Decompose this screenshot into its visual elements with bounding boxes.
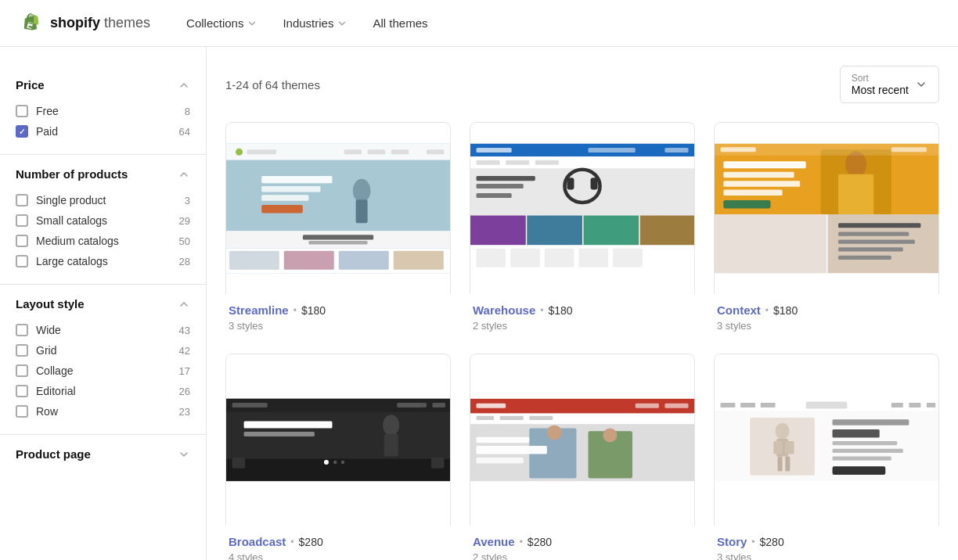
svg-rect-82 bbox=[232, 458, 246, 468]
svg-rect-57 bbox=[723, 200, 770, 209]
svg-rect-11 bbox=[261, 176, 332, 183]
theme-price-story: $280 bbox=[760, 536, 784, 548]
svg-rect-45 bbox=[510, 249, 540, 267]
sort-dropdown[interactable]: Sort Most recent bbox=[840, 66, 939, 103]
industries-chevron-icon bbox=[337, 18, 348, 29]
filter-section-product-page: Product page bbox=[0, 435, 206, 483]
filter-row-large: Large catalogs 28 bbox=[16, 251, 190, 271]
svg-rect-66 bbox=[838, 239, 915, 243]
svg-point-80 bbox=[333, 461, 337, 465]
nav-industries[interactable]: Industries bbox=[272, 10, 358, 36]
svg-rect-67 bbox=[838, 247, 903, 251]
checkbox-paid[interactable] bbox=[16, 125, 28, 138]
svg-rect-76 bbox=[384, 434, 398, 457]
svg-rect-119 bbox=[833, 419, 909, 425]
sidebar: Price Free 8 Paid 64 bbox=[0, 47, 207, 560]
svg-rect-21 bbox=[339, 251, 389, 270]
svg-rect-83 bbox=[431, 458, 445, 468]
filter-layout-header[interactable]: Layout style bbox=[16, 297, 190, 311]
nav-all-themes[interactable]: All themes bbox=[362, 10, 438, 36]
price-collapse-icon bbox=[178, 79, 190, 92]
theme-name-broadcast[interactable]: Broadcast bbox=[229, 535, 286, 548]
svg-rect-56 bbox=[723, 189, 782, 196]
theme-name-warehouse[interactable]: Warehouse bbox=[473, 303, 535, 317]
svg-rect-73 bbox=[432, 403, 445, 407]
svg-point-75 bbox=[383, 415, 399, 436]
svg-rect-88 bbox=[664, 404, 688, 408]
svg-rect-4 bbox=[344, 149, 362, 154]
filter-section-layout-style: Layout style Wide 43 Grid 42 bbox=[0, 285, 206, 435]
theme-grid: Streamline • $180 3 styles bbox=[225, 122, 939, 560]
checkbox-free[interactable] bbox=[16, 105, 28, 117]
filter-price-header[interactable]: Price bbox=[16, 78, 190, 92]
svg-rect-103 bbox=[721, 403, 736, 407]
theme-styles-context: 3 styles bbox=[717, 320, 936, 332]
svg-rect-98 bbox=[477, 437, 530, 443]
svg-rect-19 bbox=[229, 251, 279, 270]
svg-rect-35 bbox=[591, 178, 598, 189]
svg-rect-48 bbox=[613, 249, 643, 267]
theme-card-broadcast[interactable]: Broadcast • $280 4 styles bbox=[225, 354, 451, 560]
checkbox-medium[interactable] bbox=[16, 235, 28, 247]
theme-styles-warehouse: 2 styles bbox=[473, 320, 692, 332]
svg-rect-108 bbox=[909, 403, 920, 407]
theme-name-avenue[interactable]: Avenue bbox=[473, 535, 515, 548]
svg-point-79 bbox=[324, 460, 329, 465]
theme-name-streamline[interactable]: Streamline bbox=[229, 303, 289, 317]
svg-rect-27 bbox=[664, 148, 688, 153]
nav-collections[interactable]: Collections bbox=[175, 10, 268, 36]
checkbox-editorial[interactable] bbox=[16, 385, 28, 397]
filter-row-paid: Paid 64 bbox=[16, 121, 190, 142]
theme-styles-streamline: 3 styles bbox=[229, 320, 448, 332]
filter-product-page-header[interactable]: Product page bbox=[16, 447, 190, 461]
checkbox-large[interactable] bbox=[16, 255, 28, 267]
site-header: shopify themes Collections Industries Al… bbox=[0, 0, 958, 47]
svg-rect-55 bbox=[723, 181, 800, 187]
theme-card-streamline[interactable]: Streamline • $180 3 styles bbox=[225, 122, 451, 335]
checkbox-row[interactable] bbox=[16, 405, 28, 418]
theme-card-context[interactable]: Context • $180 3 styles bbox=[714, 122, 939, 335]
theme-name-story[interactable]: Story bbox=[717, 535, 747, 548]
svg-rect-36 bbox=[477, 176, 535, 181]
svg-rect-92 bbox=[529, 416, 553, 420]
theme-info-broadcast: Broadcast • $280 4 styles bbox=[225, 526, 451, 560]
checkbox-wide[interactable] bbox=[16, 324, 28, 336]
theme-preview-avenue bbox=[470, 354, 695, 526]
theme-card-story[interactable]: Story • $280 3 styles bbox=[714, 354, 939, 560]
svg-rect-122 bbox=[833, 449, 903, 453]
theme-card-warehouse[interactable]: Warehouse • $180 2 styles bbox=[470, 122, 695, 335]
svg-rect-120 bbox=[833, 429, 880, 438]
svg-rect-8 bbox=[226, 160, 450, 231]
checkbox-single[interactable] bbox=[16, 194, 28, 206]
theme-price-context: $180 bbox=[773, 304, 798, 317]
svg-rect-107 bbox=[891, 403, 903, 407]
theme-name-context[interactable]: Context bbox=[717, 303, 761, 317]
svg-rect-104 bbox=[740, 403, 755, 407]
svg-rect-29 bbox=[477, 160, 500, 165]
checkbox-collage[interactable] bbox=[16, 364, 28, 377]
theme-styles-avenue: 2 styles bbox=[473, 551, 692, 560]
svg-rect-78 bbox=[244, 432, 315, 436]
svg-rect-124 bbox=[833, 466, 886, 475]
svg-rect-72 bbox=[397, 403, 427, 407]
svg-rect-13 bbox=[261, 195, 308, 201]
svg-rect-117 bbox=[778, 457, 783, 472]
logo[interactable]: shopify themes bbox=[19, 10, 150, 37]
svg-rect-100 bbox=[477, 458, 524, 464]
svg-rect-65 bbox=[838, 232, 909, 236]
svg-rect-52 bbox=[838, 174, 873, 216]
filter-row-row: Row 23 bbox=[16, 401, 190, 422]
svg-rect-39 bbox=[470, 216, 526, 246]
theme-info-story: Story • $280 3 styles bbox=[714, 526, 939, 560]
svg-rect-97 bbox=[603, 428, 617, 442]
svg-point-9 bbox=[353, 179, 371, 203]
theme-card-avenue[interactable]: Avenue • $280 2 styles bbox=[470, 354, 695, 560]
checkbox-grid[interactable] bbox=[16, 344, 28, 357]
filter-row-wide: Wide 43 bbox=[16, 320, 190, 340]
sort-chevron-icon bbox=[915, 78, 927, 91]
svg-rect-77 bbox=[244, 421, 333, 428]
filter-products-header[interactable]: Number of products bbox=[16, 167, 190, 181]
svg-rect-30 bbox=[506, 160, 529, 165]
checkbox-small[interactable] bbox=[16, 214, 28, 227]
svg-rect-71 bbox=[232, 403, 268, 407]
